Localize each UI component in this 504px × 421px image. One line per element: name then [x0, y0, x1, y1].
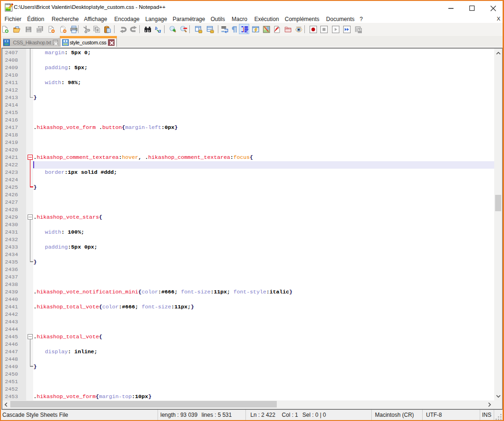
svg-text:b: b	[155, 26, 158, 31]
svg-text:a: a	[158, 28, 161, 33]
